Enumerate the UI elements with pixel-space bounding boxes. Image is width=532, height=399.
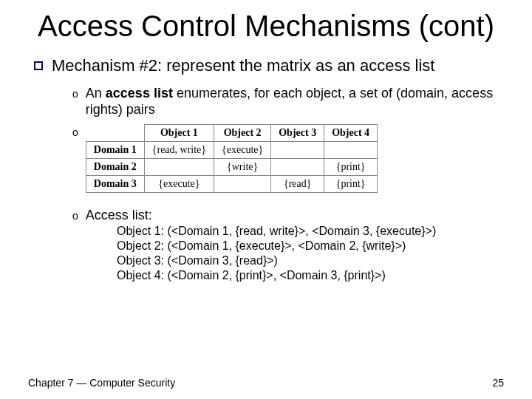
definition-bold: access list	[106, 86, 173, 100]
cell	[214, 175, 271, 192]
table-header-row: Object 1 Object 2 Object 3 Object 4	[86, 124, 377, 141]
slide: Access Control Mechanisms (cont) Mechani…	[0, 0, 532, 399]
cell: {read, write}	[144, 141, 214, 158]
access-list-block: o Access list: Object 1: (<Domain 1, {re…	[72, 208, 502, 283]
mechanism-intro: Mechanism #2: represent the matrix as an…	[52, 56, 434, 75]
square-bullet-icon	[34, 61, 43, 70]
row-header: Domain 2	[86, 158, 144, 175]
cell: {execute}	[144, 175, 214, 192]
page-number: 25	[492, 377, 504, 389]
slide-title: Access Control Mechanisms (cont)	[30, 10, 502, 41]
circle-bullet-icon: o	[72, 208, 78, 224]
circle-bullet-icon: o	[72, 124, 78, 140]
bullet-level2-table: o Object 1 Object 2 Object 3 Object 4 Do…	[72, 124, 502, 193]
footer-left: Chapter 7 — Computer Security	[28, 377, 175, 389]
access-list-intro: Access list:	[86, 208, 152, 224]
row-header: Domain 3	[86, 175, 144, 192]
cell	[271, 158, 324, 175]
bullet-level2-access-list: o Access list:	[72, 208, 502, 224]
table-corner	[86, 124, 144, 141]
col-header: Object 1	[144, 124, 214, 141]
cell: {print}	[324, 175, 378, 192]
table-row: Domain 3 {execute} {read} {print}	[86, 175, 377, 192]
col-header: Object 4	[324, 124, 378, 141]
cell: {write}	[214, 158, 271, 175]
cell	[324, 141, 378, 158]
access-list-item: Object 4: (<Domain 2, {print}>, <Domain …	[117, 268, 502, 283]
access-matrix-table: Object 1 Object 2 Object 3 Object 4 Doma…	[86, 124, 378, 193]
table-row: Domain 1 {read, write} {execute}	[86, 141, 377, 158]
slide-footer: Chapter 7 — Computer Security 25	[28, 377, 504, 389]
access-list-item: Object 3: (<Domain 3, {read}>)	[117, 253, 502, 268]
bullet-level1: Mechanism #2: represent the matrix as an…	[34, 56, 502, 75]
cell: {print}	[324, 158, 378, 175]
col-header: Object 2	[214, 124, 271, 141]
access-list-item: Object 2: (<Domain 1, {execute}>, <Domai…	[117, 239, 502, 253]
bullet-level2-definition: o An access list enumerates, for each ob…	[72, 86, 502, 117]
definition-text: An access list enumerates, for each obje…	[86, 86, 502, 117]
row-header: Domain 1	[86, 141, 144, 158]
col-header: Object 3	[271, 124, 324, 141]
cell	[271, 141, 324, 158]
circle-bullet-icon: o	[72, 86, 78, 117]
access-list-item: Object 1: (<Domain 1, {read, write}>, <D…	[117, 224, 502, 239]
cell: {execute}	[214, 141, 271, 158]
cell: {read}	[271, 175, 324, 192]
cell	[144, 158, 214, 175]
table-row: Domain 2 {write} {print}	[86, 158, 377, 175]
definition-pre: An	[86, 86, 106, 100]
